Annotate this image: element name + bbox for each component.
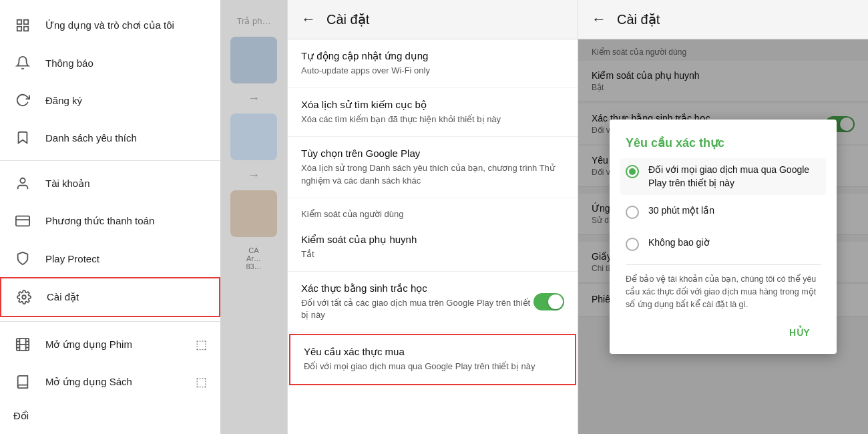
book-icon — [13, 373, 32, 391]
dialog-option-1[interactable]: Đối với mọi giao dịch mua qua Google Pla… — [620, 158, 826, 195]
svg-rect-3 — [24, 27, 28, 31]
auto-update-desc: Auto-update apps over Wi-Fi only — [301, 65, 564, 77]
bell-icon — [13, 53, 32, 72]
app-thumb-2 — [230, 114, 277, 160]
back-button[interactable]: ← — [301, 11, 316, 28]
dialog-option-label-3: Không bao giờ — [648, 236, 710, 250]
trả-phí-label: Trả ph… — [234, 13, 274, 29]
external-link-icon-movies: ⬚ — [196, 337, 207, 352]
cancel-button[interactable]: HỦY — [779, 322, 821, 343]
settings-purchase-auth[interactable]: Yêu cầu xác thực mua Đối với mọi giao dị… — [289, 334, 576, 385]
dialog-description: Để bảo vệ tài khoản của bạn, chúng tôi c… — [626, 273, 821, 310]
sidebar-label-playprotect: Play Protect — [45, 253, 99, 264]
dialog-option-2[interactable]: 30 phút một lần — [626, 199, 821, 224]
svg-point-7 — [22, 295, 26, 299]
settings-title: Cài đặt — [327, 11, 369, 27]
purchase-auth-title: Yêu cầu xác thực mua — [304, 346, 562, 358]
dialog-option-label-1: Đối với mọi giao dịch mua qua Google Pla… — [648, 164, 821, 190]
settings-content: Tự động cập nhật ứng dụng Auto-update ap… — [288, 39, 578, 434]
sidebar-label-wishlist: Danh sách yêu thích — [45, 132, 137, 144]
sidebar-label-switch: Đổi — [13, 410, 29, 422]
sidebar-label-subscriptions: Đăng ký — [45, 95, 82, 106]
prefs-desc: Xóa lịch sử trong Danh sách yêu thích củ… — [301, 162, 564, 186]
radio-1 — [626, 165, 639, 178]
sidebar-item-notifications[interactable]: Thông báo — [0, 44, 220, 81]
sidebar-label-account: Tài khoản — [45, 178, 90, 190]
panel-settings: ← Cài đặt Tự động cập nhật ứng dụng Auto… — [287, 0, 578, 434]
svg-rect-1 — [24, 20, 28, 24]
biometric-title: Xác thực bằng sinh trắc học — [301, 282, 533, 294]
panel-sidebar: Ứng dụng và trò chơi của tôi Thông báo — [0, 0, 287, 434]
settings-title-3: Cài đặt — [617, 11, 660, 27]
sidebar-item-wishlist[interactable]: Danh sách yêu thích — [0, 119, 220, 156]
sidebar-item-apps[interactable]: Ứng dụng và trò chơi của tôi — [0, 7, 220, 44]
settings-biometric[interactable]: Xác thực bằng sinh trắc học Đối với tất … — [288, 272, 578, 333]
purchase-auth-desc: Đối với mọi giao dịch mua qua Google Pla… — [304, 361, 562, 373]
card-icon — [13, 212, 32, 230]
dialog-actions: HỦY — [626, 322, 821, 343]
radio-inner-1 — [629, 168, 636, 175]
user-control-label: Kiểm soát của người dùng — [288, 198, 578, 223]
sidebar-item-movies[interactable]: Mở ứng dụng Phim ⬚ — [0, 326, 220, 363]
sidebar-label-payment: Phương thức thanh toán — [45, 215, 154, 227]
auth-dialog: Yêu cầu xác thực Đối với mọi giao dịch m… — [610, 120, 837, 353]
settings-parental[interactable]: Kiểm soát của phụ huynh Tắt — [288, 223, 578, 272]
film-icon — [13, 335, 32, 354]
shield-icon — [13, 249, 32, 268]
settings-header-3: ← Cài đặt — [578, 0, 868, 39]
panel1-right-strip: Trả ph… → → CAAr…83… — [220, 0, 287, 434]
sidebar-label-notifications: Thông báo — [45, 57, 93, 69]
dialog-option-label-2: 30 phút một lần — [648, 204, 714, 218]
sidebar-label-books: Mở ứng dụng Sách — [45, 376, 132, 388]
parental-desc: Tắt — [301, 248, 564, 260]
dialog-option-3[interactable]: Không bao giờ — [626, 231, 821, 256]
bookmark-icon — [13, 128, 32, 147]
sidebar-label-apps: Ứng dụng và trò chơi của tôi — [45, 19, 174, 31]
grid-icon — [13, 16, 32, 35]
app-info-label: CAAr…83… — [244, 245, 262, 272]
sidebar-label-movies: Mở ứng dụng Phim — [45, 339, 132, 351]
dialog-title: Yêu cầu xác thực — [626, 136, 821, 150]
gear-icon — [15, 288, 33, 306]
biometric-toggle[interactable] — [533, 293, 564, 310]
panel-settings-dialog: ← Cài đặt Kiểm soát của người dùng Kiểm … — [578, 0, 868, 434]
arrow-right-2: → — [248, 168, 260, 182]
settings-google-play-prefs[interactable]: Tùy chọn trên Google Play Xóa lịch sử tr… — [288, 137, 578, 198]
divider-2 — [0, 321, 220, 322]
settings-auto-update[interactable]: Tự động cập nhật ứng dụng Auto-update ap… — [288, 39, 578, 88]
sidebar-item-account[interactable]: Tài khoản — [0, 165, 220, 202]
sidebar-item-payment[interactable]: Phương thức thanh toán — [0, 202, 220, 240]
svg-rect-0 — [17, 20, 21, 24]
dialog-overlay: Yêu cầu xác thực Đối với mọi giao dịch m… — [578, 39, 868, 434]
sidebar-menu: Ứng dụng và trò chơi của tôi Thông báo — [0, 0, 220, 434]
radio-2 — [626, 206, 639, 219]
panel3-content: Kiểm soát của người dùng Kiểm soát của p… — [578, 39, 868, 434]
back-button-3[interactable]: ← — [592, 11, 606, 28]
arrow-right-1: → — [248, 91, 260, 105]
sidebar-item-subscriptions[interactable]: Đăng ký — [0, 81, 220, 119]
divider-1 — [0, 160, 220, 161]
svg-rect-5 — [16, 216, 29, 226]
app-thumb-1 — [230, 37, 277, 83]
person-icon — [13, 174, 32, 193]
dialog-divider — [626, 264, 821, 265]
sidebar-item-settings[interactable]: Cài đặt — [0, 277, 220, 317]
svg-rect-2 — [17, 27, 21, 31]
sidebar-item-switch[interactable]: Đổi — [0, 401, 220, 431]
settings-clear-search[interactable]: Xóa lịch sử tìm kiếm cục bộ Xóa các tìm … — [288, 88, 578, 137]
clear-search-title: Xóa lịch sử tìm kiếm cục bộ — [301, 99, 564, 111]
refresh-icon — [13, 91, 32, 110]
parental-title: Kiểm soát của phụ huynh — [301, 234, 564, 246]
sidebar-item-books[interactable]: Mở ứng dụng Sách ⬚ — [0, 363, 220, 401]
prefs-title: Tùy chọn trên Google Play — [301, 148, 564, 160]
biometric-desc: Đối với tất cả các giao dịch mua trên Go… — [301, 297, 533, 321]
svg-point-4 — [20, 178, 25, 183]
sidebar-label-settings: Cài đặt — [47, 291, 79, 303]
sidebar-item-playprotect[interactable]: Play Protect — [0, 240, 220, 277]
settings-header: ← Cài đặt — [288, 0, 578, 39]
radio-3 — [626, 238, 639, 251]
clear-search-desc: Xóa các tìm kiếm bạn đã thực hiện khỏi t… — [301, 114, 564, 126]
auto-update-title: Tự động cập nhật ứng dụng — [301, 50, 564, 62]
app-thumb-3 — [230, 190, 277, 237]
external-link-icon-books: ⬚ — [196, 375, 207, 389]
